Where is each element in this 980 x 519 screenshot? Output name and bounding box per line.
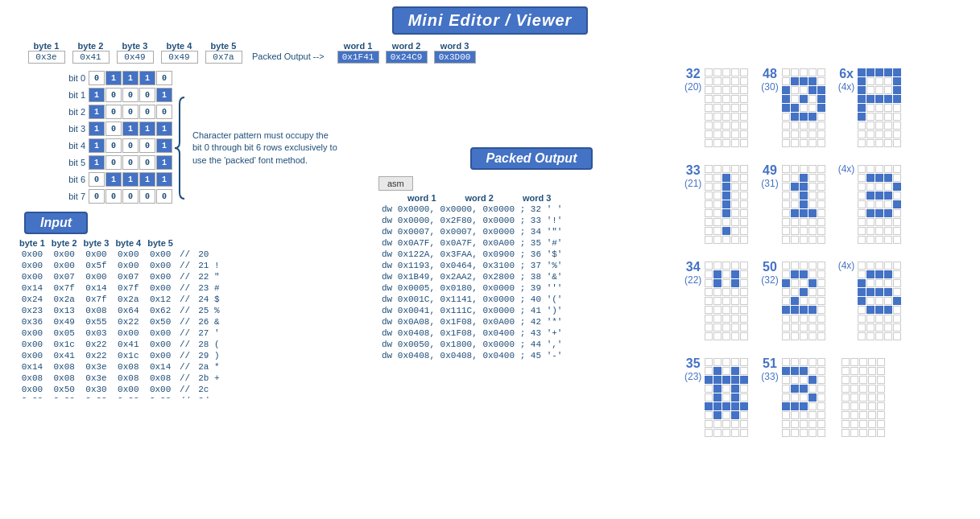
main-container: Mini Editor / Viewer byte 1 0x3ebyte 2 0…	[0, 0, 980, 519]
char-cell-1-1-7-1	[791, 227, 799, 235]
bit-cell-2-2: 0	[122, 105, 139, 119]
char-cell-2-2-2-4	[893, 279, 901, 287]
char-cell-2-2-4-4	[893, 297, 901, 305]
char-cell-0-3-5-2	[722, 402, 730, 410]
char-cell-2-3-1-0	[841, 367, 850, 375]
char-cell-1-1-3-2	[800, 192, 808, 200]
input-cell-8-4: 0x00	[144, 339, 176, 350]
char-cell-1-3-7-1	[791, 420, 799, 428]
char-cell-2-0-6-1	[866, 122, 875, 130]
byte-col-3: byte 3 0x49	[113, 41, 157, 64]
char-cell-2-3-5-0	[841, 402, 850, 410]
char-cell-0-0-5-3	[731, 113, 739, 121]
char-cell-0-3-5-0	[705, 402, 713, 410]
char-cell-1-1-8-3	[808, 236, 817, 244]
packed-row-12: dw 0x0050, 0x1800, 0x0000 ; 44 ','	[378, 339, 565, 350]
byte-value-1: 0x3e	[28, 51, 65, 64]
char-cell-1-2-2-1	[791, 279, 799, 287]
bit-cell-5-1: 0	[105, 155, 122, 170]
char-cell-0-1-3-1	[713, 192, 722, 200]
char-cell-2-1-4-2	[875, 200, 883, 208]
char-cell-0-1-5-2	[722, 209, 730, 217]
asm-tab[interactable]: asm	[378, 176, 413, 191]
table-row: dw 0x0005, 0x0180, 0x0000 ; 39 '''	[378, 282, 565, 294]
char-cell-2-3-6-1	[850, 411, 858, 419]
char-item-1-0: 48(30)	[761, 67, 825, 147]
input-col-header-0: byte 1	[16, 237, 48, 249]
input-cell-3-6: 23 #	[195, 282, 224, 294]
char-cell-0-3-8-3	[731, 429, 739, 437]
char-cell-2-2-0-1	[866, 262, 875, 270]
char-grid-1-1	[782, 165, 825, 244]
char-cell-1-1-0-2	[800, 165, 808, 173]
char-cell-1-0-3-3	[808, 95, 817, 103]
char-cell-0-1-3-0	[705, 192, 713, 200]
char-cell-1-1-8-4	[817, 236, 825, 244]
char-cell-2-1-7-1	[866, 227, 875, 235]
content-area: bit 001110bit 110001bit 210000bit 310111…	[0, 64, 980, 519]
input-cell-1-2: 0x5f	[81, 260, 113, 271]
char-cell-2-1-1-1	[866, 174, 875, 182]
packed-row-5: dw 0x1193, 0x0464, 0x3100 ; 37 '%'	[378, 260, 565, 271]
char-cell-0-0-4-0	[705, 104, 713, 112]
char-cell-0-3-1-4	[740, 367, 748, 375]
bit-row-7: bit 700000	[56, 188, 173, 204]
input-cell-3-3: 0x7f	[112, 282, 144, 294]
char-cell-0-0-0-2	[722, 68, 730, 76]
input-cell-0-2: 0x00	[81, 249, 113, 260]
char-cell-0-0-2-0	[705, 86, 713, 94]
input-cell-7-4: 0x00	[144, 327, 176, 339]
char-cell-2-1-8-4	[893, 236, 901, 244]
char-cell-0-2-8-1	[713, 332, 722, 340]
char-number-sub-2-1: (4x)	[838, 163, 855, 175]
char-cell-2-2-8-4	[893, 332, 901, 340]
char-cell-0-0-3-2	[722, 95, 730, 103]
word-col-3: word 3 0x3D00	[431, 41, 479, 64]
char-cell-2-0-0-3	[884, 68, 892, 76]
char-cell-2-2-3-4	[893, 288, 901, 296]
char-cell-1-3-7-4	[817, 420, 825, 428]
char-number-sub-1-3: (33)	[761, 371, 778, 382]
table-row: dw 0x0A7F, 0x0A7F, 0x0A00 ; 35 '#'	[378, 237, 565, 249]
table-row: 0x000x000x000x000x00//20	[16, 249, 225, 260]
input-cell-8-1: 0x1c	[48, 339, 81, 350]
char-label-2-2: (4x)	[838, 260, 855, 271]
bit-cell-2-4: 0	[156, 105, 172, 119]
char-cell-1-3-5-3	[808, 402, 817, 410]
char-cell-0-0-6-2	[722, 122, 730, 130]
app-title: Mini Editor / Viewer	[392, 6, 589, 35]
char-grid-0-1	[705, 165, 748, 244]
char-cell-0-2-0-0	[705, 262, 713, 270]
char-cell-2-0-1-0	[858, 77, 866, 85]
table-row: dw 0x0408, 0x1F08, 0x0400 ; 43 '+'	[378, 327, 565, 339]
char-cell-1-2-8-4	[817, 332, 825, 340]
char-cell-2-2-2-1	[866, 279, 875, 287]
char-cell-2-2-4-1	[866, 297, 875, 305]
char-cell-0-2-3-2	[722, 288, 730, 296]
bit-cell-6-1: 1	[105, 172, 122, 187]
char-item-0-2: 34(22)	[684, 260, 748, 340]
word-col-2: word 2 0x24C9	[382, 41, 431, 64]
char-cell-1-0-2-4	[817, 86, 825, 94]
char-cell-2-3-4-3	[868, 393, 876, 402]
char-cell-1-2-5-1	[791, 306, 799, 314]
char-cell-0-3-1-2	[722, 367, 730, 375]
char-cell-1-0-7-4	[817, 130, 825, 138]
input-cell-6-6: 26 &	[195, 316, 224, 327]
packed-row-11: dw 0x0408, 0x1F08, 0x0400 ; 43 '+'	[378, 327, 565, 339]
char-cell-2-0-8-4	[893, 139, 901, 147]
input-cell-6-0: 0x36	[16, 316, 48, 327]
char-cell-1-3-1-3	[808, 367, 817, 375]
char-cell-1-2-0-0	[782, 262, 790, 270]
char-number-1-1: 49	[761, 163, 778, 178]
char-cell-1-2-3-0	[782, 288, 790, 296]
bit-cell-0-1: 1	[105, 71, 122, 85]
char-cell-1-3-4-4	[817, 393, 825, 402]
char-cell-0-3-8-1	[713, 429, 722, 437]
char-cell-0-1-2-3	[731, 183, 739, 191]
char-cell-0-0-4-4	[740, 104, 748, 112]
char-cell-2-0-7-1	[866, 130, 875, 138]
char-number-sub-0-0: (20)	[684, 81, 701, 93]
char-cell-1-3-1-0	[782, 367, 790, 375]
char-cell-1-2-5-0	[782, 306, 790, 314]
